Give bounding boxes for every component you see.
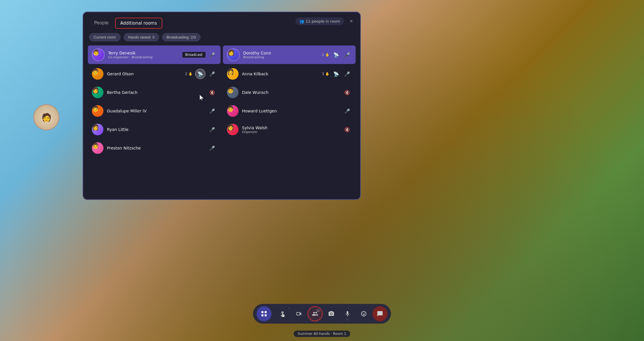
content-grid: 👨 Terry Denesik Co-organizer · Broadcast…: [83, 45, 360, 199]
avatar-terry: 👨: [92, 49, 104, 61]
mic-btn-anna[interactable]: 🎤: [343, 70, 352, 78]
person-row-gerard[interactable]: 👨 Gerard Olson 2 ✋ 📡 🎤: [88, 65, 221, 83]
filter-current-room[interactable]: Current room: [89, 33, 121, 41]
mic-btn-gerard[interactable]: 🎤: [208, 70, 217, 78]
svg-rect-3: [265, 314, 267, 316]
close-button[interactable]: ×: [347, 17, 356, 25]
camera-button[interactable]: [291, 306, 306, 321]
person-role-terry: Co-organizer · Broadcasting: [108, 55, 179, 59]
person-name-howard: Howard Luettgen: [242, 109, 339, 113]
row-actions-terry: Broadcast 🎤: [182, 50, 217, 59]
row-actions-sylvia: 🔇: [343, 125, 352, 134]
raise-hand-button[interactable]: ↑: [275, 306, 290, 321]
person-row-bertha[interactable]: 👩 Bertha Gerlach 🔇: [88, 84, 221, 101]
hand-badge-anna: 3 ✋: [322, 72, 330, 76]
row-actions-dorothy: 1 ✋ 📡 🎤: [322, 50, 352, 59]
row-actions-anna: 3 ✋ 📡 🎤: [322, 70, 352, 78]
person-info-sylvia: Sylvia Walsh Organizer: [242, 125, 339, 134]
person-row-anna[interactable]: 👩 Anna Kilback 3 ✋ 📡 🎤: [223, 65, 356, 83]
person-row-howard[interactable]: 👨 Howard Luettgen 🎤: [223, 102, 356, 120]
mic-muted-btn-sylvia[interactable]: 🔇: [343, 125, 352, 134]
avatar-anna: 👩: [227, 68, 239, 80]
tab-people[interactable]: People: [89, 17, 114, 29]
hand-badge-dorothy: 1 ✋: [322, 53, 330, 57]
svg-rect-0: [261, 311, 263, 313]
person-row-preston[interactable]: 👨 Preston Nitzsche 🎤: [88, 139, 221, 157]
people-count-text: 11 people in room: [306, 19, 340, 23]
person-role-dorothy: Broadcasting: [243, 55, 319, 59]
person-info-terry: Terry Denesik Co-organizer · Broadcastin…: [108, 51, 179, 59]
floating-avatar-left: 🧑: [33, 104, 59, 130]
svg-rect-2: [261, 314, 263, 316]
avatar-guadalupe: 👨: [92, 105, 103, 117]
avatar-ring-dorothy: 👩: [227, 48, 240, 61]
mic-btn-guadalupe[interactable]: 🎤: [208, 107, 217, 115]
filter-hands-raised[interactable]: Hands raised: 3: [123, 33, 159, 41]
broadcast-icon-anna[interactable]: 📡: [332, 70, 341, 78]
mic-btn-terry[interactable]: 🎤: [208, 50, 217, 59]
avatar-howard: 👨: [227, 105, 239, 117]
share-button[interactable]: [372, 306, 388, 321]
person-row-guadalupe[interactable]: 👨 Guadalupe Miller IV 🎤: [88, 102, 221, 120]
mic-button[interactable]: ↑↓: [340, 306, 355, 321]
apps-button[interactable]: [256, 306, 272, 321]
row-actions-preston: 🎤: [208, 144, 217, 152]
person-info-preston: Preston Nitzsche: [107, 146, 204, 150]
avatar-dale: 👨: [227, 87, 239, 98]
row-actions-gerard: 2 ✋ 📡 🎤: [185, 69, 217, 79]
row-actions-ryan: 🎤: [208, 125, 217, 134]
people-button[interactable]: 11: [308, 306, 323, 321]
avatar-preston: 👨: [92, 142, 103, 154]
row-actions-guadalupe: 🎤: [208, 107, 217, 115]
person-role-sylvia: Organizer: [242, 130, 339, 134]
tab-additional-rooms[interactable]: Additional rooms: [115, 18, 162, 29]
filter-broadcasting[interactable]: Broadcasting: 2/3: [162, 33, 201, 41]
person-info-anna: Anna Kilback: [242, 72, 319, 76]
row-actions-howard: 🎤: [343, 107, 352, 115]
left-column: 👨 Terry Denesik Co-organizer · Broadcast…: [88, 45, 222, 195]
person-row-ryan[interactable]: 👩 Ryan Little 🎤: [88, 121, 221, 138]
person-name-dale: Dale Wunsch: [242, 90, 339, 95]
avatar-gerard: 👨: [92, 68, 103, 80]
person-info-dale: Dale Wunsch: [242, 90, 339, 95]
person-info-gerard: Gerard Olson: [107, 72, 182, 76]
panel-header: People Additional rooms 👥 11 people in r…: [83, 12, 360, 29]
person-info-bertha: Bertha Gerlach: [107, 90, 204, 95]
broadcast-btn-gerard[interactable]: 📡: [195, 69, 205, 79]
mic-muted-btn-bertha[interactable]: 🔇: [208, 88, 217, 97]
avatar-dorothy: 👩: [228, 49, 239, 61]
person-info-ryan: Ryan Little: [107, 127, 204, 132]
svg-rect-1: [265, 311, 267, 313]
mic-muted-btn-dale[interactable]: 🔇: [343, 88, 352, 97]
people-count-badge: 👥 11 people in room: [295, 17, 344, 25]
person-name-sylvia: Sylvia Walsh: [242, 125, 339, 130]
main-panel: People Additional rooms 👥 11 people in r…: [83, 12, 361, 200]
screenshot-button[interactable]: [324, 306, 339, 321]
avatar-bertha: 👩: [92, 87, 103, 98]
avatar-sylvia: 👩: [227, 124, 239, 135]
person-name-terry: Terry Denesik: [108, 51, 179, 55]
person-info-dorothy: Dorothy Conn Broadcasting: [243, 51, 319, 59]
row-actions-dale: 🔇: [343, 88, 352, 97]
mic-btn-ryan[interactable]: 🎤: [208, 125, 217, 134]
hand-badge-gerard: 2 ✋: [185, 72, 193, 76]
room-label: Summer All-hands · Room 1: [294, 331, 350, 337]
right-column: 👩 Dorothy Conn Broadcasting 1 ✋ 📡 🎤 👩: [222, 45, 356, 195]
mic-btn-howard[interactable]: 🎤: [343, 107, 352, 115]
header-right: 👥 11 people in room ×: [295, 17, 356, 25]
broadcast-icon-dorothy[interactable]: 📡: [332, 50, 341, 59]
filter-bar: Current room Hands raised: 3 Broadcastin…: [83, 29, 360, 45]
person-row-dorothy[interactable]: 👩 Dorothy Conn Broadcasting 1 ✋ 📡 🎤: [223, 45, 356, 64]
person-name-guadalupe: Guadalupe Miller IV: [107, 109, 204, 113]
emoji-button[interactable]: [356, 306, 371, 321]
person-info-guadalupe: Guadalupe Miller IV: [107, 109, 204, 113]
mic-btn-dorothy[interactable]: 🎤: [343, 50, 352, 59]
mic-btn-preston[interactable]: 🎤: [208, 144, 217, 152]
broadcast-badge-terry: Broadcast: [182, 52, 205, 58]
person-row-dale[interactable]: 👨 Dale Wunsch 🔇: [223, 84, 356, 101]
people-count-icon: 👥: [299, 19, 304, 23]
person-name-ryan: Ryan Little: [107, 127, 204, 132]
person-row-terry[interactable]: 👨 Terry Denesik Co-organizer · Broadcast…: [88, 45, 221, 64]
person-row-sylvia[interactable]: 👩 Sylvia Walsh Organizer 🔇: [223, 121, 356, 138]
avatar-ring-terry: 👨: [92, 48, 105, 61]
